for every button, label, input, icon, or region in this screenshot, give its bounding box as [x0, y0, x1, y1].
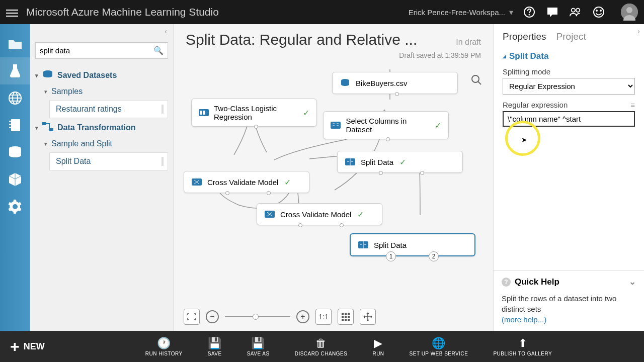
- dataset-icon: [340, 77, 351, 88]
- people-icon[interactable]: [570, 6, 582, 18]
- svg-point-3: [576, 9, 580, 12]
- smile-icon[interactable]: [593, 6, 605, 18]
- save-button[interactable]: 💾 SAVE: [208, 337, 222, 356]
- module-label: Cross Validate Model: [207, 178, 278, 187]
- rail-settings-icon[interactable]: [0, 193, 30, 220]
- cursor-icon: ➤: [521, 136, 527, 144]
- avatar[interactable]: [621, 4, 638, 21]
- experiment-canvas[interactable]: Split Data: Regular and Relative ... In …: [174, 24, 493, 331]
- tree-label: Split Data: [56, 157, 91, 166]
- quick-help-section: ? Quick Help ⌄ Split the rows of a datas…: [494, 270, 644, 331]
- tree-sample-and-split[interactable]: ▾ Sample and Split: [33, 136, 170, 151]
- workspace-selector[interactable]: Erick Pence-Free-Workspa...: [409, 8, 505, 17]
- tree-item-restaurant-ratings[interactable]: Restaurant ratings: [49, 100, 168, 118]
- svg-rect-30: [342, 313, 344, 315]
- module-split-data-2[interactable]: Split Data 1 2: [350, 233, 475, 256]
- more-help-link[interactable]: (more help...): [502, 315, 546, 324]
- rail-experiments-icon[interactable]: [0, 57, 30, 84]
- menu-icon[interactable]: [6, 8, 18, 17]
- chevron-down-icon[interactable]: ▾: [509, 8, 513, 17]
- tree-label: Sample and Split: [51, 139, 112, 148]
- check-icon: ✓: [284, 177, 291, 187]
- rail-notebooks-icon[interactable]: [0, 112, 30, 139]
- svg-rect-13: [9, 124, 12, 125]
- discard-changes-button[interactable]: 🗑 DISCARD CHANGES: [295, 337, 348, 356]
- minimap-icon[interactable]: [338, 309, 354, 325]
- fit-to-screen-icon[interactable]: [184, 309, 200, 325]
- command-bar: + NEW 🕐 RUN HISTORY 💾 SAVE 💾 SAVE AS 🗑 D…: [0, 331, 644, 362]
- trash-icon: 🗑: [315, 337, 327, 350]
- help-badge-icon: ?: [502, 278, 511, 287]
- quick-help-body: Split the rows of a dataset into two dis…: [502, 294, 616, 313]
- splitting-mode-label: Splitting mode: [503, 67, 635, 76]
- search-input[interactable]: [40, 46, 153, 55]
- module-logistic-regression[interactable]: Two-Class Logistic Regression ✓: [191, 99, 317, 127]
- rail-projects-icon[interactable]: [0, 30, 30, 57]
- svg-point-16: [9, 150, 21, 154]
- collapse-right-icon[interactable]: ›: [637, 27, 640, 35]
- search-icon[interactable]: 🔍: [153, 46, 164, 55]
- svg-rect-19: [49, 128, 53, 131]
- ml-module-icon: [199, 107, 209, 118]
- svg-point-2: [572, 9, 575, 12]
- svg-rect-25: [331, 122, 341, 129]
- module-split-data-1[interactable]: Split Data ✓: [337, 151, 463, 173]
- web-service-button[interactable]: 🌐 SET UP WEB SERVICE: [410, 337, 468, 356]
- splitting-mode-select[interactable]: Regular Expression: [503, 78, 635, 95]
- publish-button[interactable]: ⬆ PUBLISH TO GALLERY: [493, 337, 552, 356]
- svg-rect-34: [345, 316, 347, 318]
- transform-icon: [358, 239, 369, 250]
- tab-project[interactable]: Project: [556, 31, 586, 42]
- regex-input[interactable]: [503, 111, 635, 127]
- property-section-header[interactable]: Split Data: [503, 51, 635, 61]
- experiment-title[interactable]: Split Data: Regular and Relative ...: [186, 31, 456, 48]
- quick-help-header[interactable]: ? Quick Help ⌄: [502, 277, 636, 287]
- check-icon: ✓: [357, 210, 364, 219]
- transform-icon: [331, 120, 341, 131]
- module-bike-buyers[interactable]: BikeBuyers.csv: [332, 72, 458, 94]
- module-select-columns[interactable]: Select Columns in Dataset ✓: [323, 111, 449, 139]
- check-icon: ✓: [399, 157, 406, 167]
- run-button[interactable]: ▶ RUN: [372, 337, 384, 356]
- app-title: Microsoft Azure Machine Learning Studio: [26, 6, 409, 18]
- tree-data-transformation[interactable]: ▾ Data Transformation: [33, 119, 170, 136]
- tree-saved-datasets[interactable]: ▾ Saved Datasets: [33, 67, 170, 84]
- output-port-2[interactable]: 2: [429, 251, 439, 261]
- zoom-slider[interactable]: [225, 316, 290, 317]
- rail-datasets-icon[interactable]: [0, 139, 30, 166]
- search-experiment-icon[interactable]: [471, 74, 483, 86]
- property-menu-icon[interactable]: ≡: [630, 101, 635, 109]
- module-cross-validate-2[interactable]: Cross Validate Model ✓: [257, 203, 382, 225]
- save-as-icon: 💾: [251, 337, 265, 350]
- zoom-in-button[interactable]: +: [296, 310, 309, 323]
- chevron-down-icon[interactable]: ⌄: [629, 277, 636, 287]
- ml-module-icon: [191, 176, 202, 188]
- rail-web-services-icon[interactable]: [0, 84, 30, 112]
- svg-point-4: [594, 7, 604, 17]
- rail-models-icon[interactable]: [0, 166, 30, 193]
- tab-properties[interactable]: Properties: [503, 31, 546, 42]
- svg-rect-33: [342, 316, 344, 318]
- module-label: BikeBuyers.csv: [356, 79, 408, 87]
- save-as-button[interactable]: 💾 SAVE AS: [247, 337, 270, 356]
- play-icon: ▶: [374, 337, 383, 350]
- collapse-left-icon[interactable]: ‹: [30, 24, 173, 38]
- regex-label: Regular expression ≡: [503, 101, 635, 109]
- new-button[interactable]: + NEW: [10, 337, 45, 356]
- zoom-out-button[interactable]: −: [206, 310, 219, 323]
- zoom-reset-button[interactable]: 1:1: [315, 309, 332, 325]
- help-icon[interactable]: [523, 6, 535, 18]
- svg-rect-14: [9, 127, 12, 128]
- run-history-button[interactable]: 🕐 RUN HISTORY: [145, 337, 183, 356]
- feedback-icon[interactable]: [546, 6, 558, 18]
- tree-samples[interactable]: ▾ Samples: [33, 84, 170, 99]
- module-palette: ‹ 🔍 ▾ Saved Datasets ▾ Samples Restauran…: [30, 24, 174, 331]
- module-cross-validate-1[interactable]: Cross Validate Model ✓: [184, 171, 309, 193]
- svg-rect-37: [345, 319, 347, 321]
- output-port-1[interactable]: 1: [386, 251, 396, 261]
- search-modules[interactable]: 🔍: [35, 42, 168, 59]
- tree-label: Restaurant ratings: [56, 105, 122, 114]
- tree-label: Saved Datasets: [57, 71, 117, 80]
- pan-icon[interactable]: [360, 309, 376, 325]
- tree-item-split-data[interactable]: Split Data: [49, 152, 168, 170]
